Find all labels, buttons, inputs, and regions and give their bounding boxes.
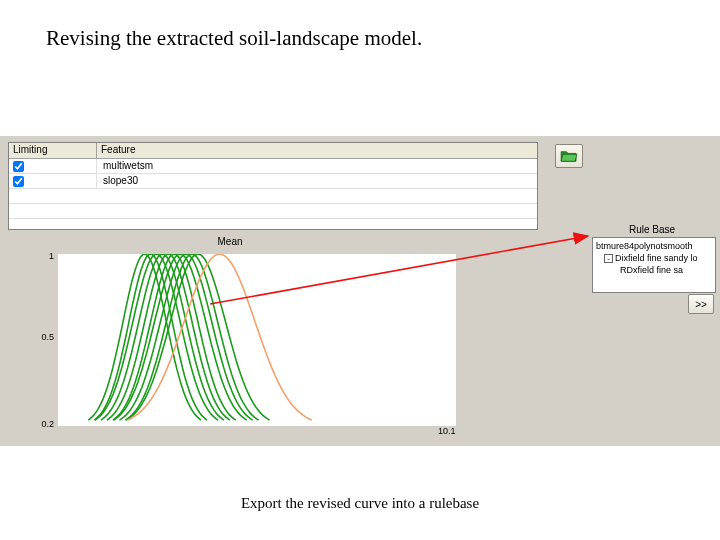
checkbox-icon[interactable]: [13, 161, 24, 172]
table-row: [9, 204, 537, 219]
slide-caption: Export the revised curve into a rulebase: [241, 495, 479, 512]
tree-node[interactable]: RDxfield fine sa: [596, 264, 712, 276]
app-panel: Limiting Feature multiwetsm slope30 Rule…: [0, 136, 720, 446]
tree-root[interactable]: btmure84polynotsmooth: [596, 240, 712, 252]
open-folder-button[interactable]: [555, 144, 583, 168]
y-tick-0-2: 0.2: [36, 419, 54, 429]
export-to-rulebase-button[interactable]: >>: [688, 294, 714, 314]
folder-open-icon: [560, 149, 578, 163]
rulebase-label: Rule Base: [592, 224, 720, 235]
feature-grid: Limiting Feature multiwetsm slope30: [8, 142, 538, 230]
y-tick-0-5: 0.5: [36, 332, 54, 342]
checkbox-icon[interactable]: [13, 176, 24, 187]
limiting-checkbox[interactable]: [9, 174, 97, 188]
col-header-feature[interactable]: Feature: [97, 143, 537, 158]
table-row: [9, 189, 537, 204]
feature-name-cell[interactable]: slope30: [97, 174, 537, 188]
tree-node[interactable]: -Dixfield fine sandy lo: [596, 252, 712, 264]
tree-collapse-icon[interactable]: -: [604, 254, 613, 263]
membership-curve-plot[interactable]: [58, 254, 456, 426]
rulebase-tree[interactable]: btmure84polynotsmooth -Dixfield fine san…: [592, 237, 716, 293]
x-tick-end: 10.1: [438, 426, 456, 436]
rulebase-panel: Rule Base btmure84polynotsmooth -Dixfiel…: [592, 224, 720, 293]
y-tick-1: 1: [36, 251, 54, 261]
feature-grid-header: Limiting Feature: [9, 143, 537, 159]
slide-title: Revising the extracted soil-landscape mo…: [46, 26, 422, 51]
table-row[interactable]: slope30: [9, 174, 537, 189]
col-header-limiting[interactable]: Limiting: [9, 143, 97, 158]
chart-area: Mean 1 0.5 0.2 10.1: [0, 236, 590, 446]
feature-name-cell[interactable]: multiwetsm: [97, 159, 537, 173]
chart-title: Mean: [0, 236, 460, 247]
limiting-checkbox[interactable]: [9, 159, 97, 173]
table-row[interactable]: multiwetsm: [9, 159, 537, 174]
